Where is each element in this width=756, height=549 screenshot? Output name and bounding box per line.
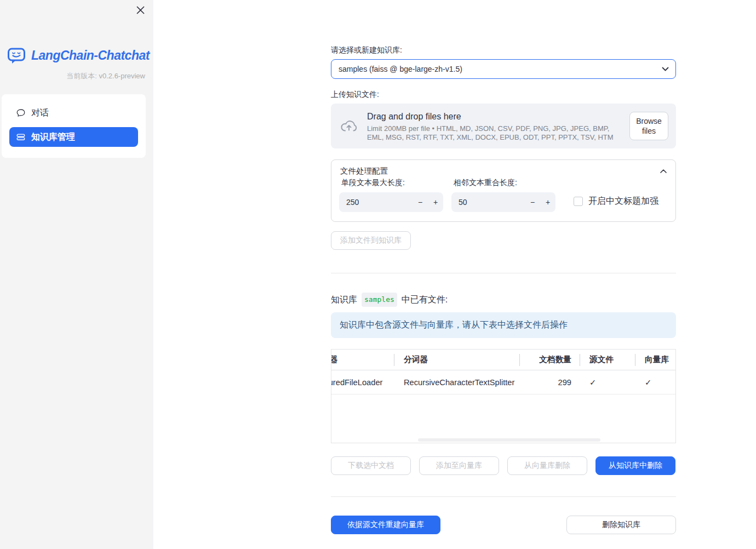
files-table[interactable]: 文档加载器 分词器 文档数量 源文件 向量库 UnstructuredFileL… — [331, 349, 676, 443]
version-label: 当前版本: — [66, 72, 97, 80]
download-selected-docs-button[interactable]: 下载选中文档 — [331, 456, 411, 475]
kb-actions-row: 依据源文件重建向量库 删除知识库 — [331, 516, 676, 534]
kb-files-heading: 知识库 samples 中已有文件: — [331, 293, 676, 307]
kb-name-code: samples — [362, 293, 397, 307]
kb-files-suffix: 中已有文件: — [402, 293, 448, 306]
info-banner: 知识库中包含源文件与向量库，请从下表中选择文件后操作 — [331, 312, 676, 338]
sidebar-item-label: 知识库管理 — [31, 131, 75, 143]
checkbox-label: 开启中文标题加强 — [588, 196, 658, 207]
expander-header[interactable]: 文件处理配置 — [331, 160, 675, 176]
cloud-upload-icon — [340, 118, 358, 134]
kb-select-label: 请选择或新建知识库: — [331, 45, 676, 55]
sidebar-menu: 对话 知识库管理 — [2, 94, 146, 158]
add-to-vector-store-button[interactable]: 添加至向量库 — [419, 456, 499, 475]
expander-title: 文件处理配置 — [340, 166, 388, 176]
kb-select-value: samples (faiss @ bge-large-zh-v1.5) — [339, 65, 662, 73]
kb-select[interactable]: samples (faiss @ bge-large-zh-v1.5) — [331, 59, 676, 79]
overlap-size-decrement-button[interactable]: − — [525, 198, 540, 207]
close-icon — [136, 6, 145, 14]
chevron-down-icon — [662, 67, 669, 71]
dropzone-limit-text: Limit 200MB per file • HTML, MD, JSON, C… — [367, 124, 621, 142]
rebuild-vector-store-button[interactable]: 依据源文件重建向量库 — [331, 516, 440, 534]
kb-files-prefix: 知识库 — [331, 293, 357, 306]
upload-label: 上传知识文件: — [331, 90, 676, 99]
add-files-to-kb-button[interactable]: 添加文件到知识库 — [331, 231, 411, 250]
col-header-doc-count[interactable]: 文档数量 — [519, 350, 580, 370]
overlap-size-increment-button[interactable]: + — [540, 198, 555, 207]
logo-text: LangChain-Chatchat — [31, 48, 150, 63]
overlap-size-value: 50 — [451, 198, 525, 207]
col-header-loader[interactable]: 文档加载器 — [331, 350, 394, 370]
delete-kb-button[interactable]: 删除知识库 — [566, 516, 676, 534]
chevron-up-icon — [660, 169, 667, 173]
sidebar-item-label: 对话 — [31, 107, 49, 119]
table-horizontal-scrollbar[interactable] — [418, 438, 600, 442]
version-info: 当前版本: v0.2.6-preview — [0, 71, 153, 81]
divider — [331, 273, 676, 273]
chunk-size-input[interactable]: 250 − + — [339, 192, 443, 212]
cell-vector-store-check: ✓ — [635, 370, 675, 394]
cell-doc-count: 299 — [519, 370, 580, 394]
table-header-row: 文档加载器 分词器 文档数量 源文件 向量库 — [331, 350, 675, 370]
sidebar-close-button[interactable] — [135, 4, 146, 15]
kb-list-icon — [16, 132, 26, 142]
delete-from-kb-button[interactable]: 从知识库中删除 — [595, 456, 675, 475]
app-logo: LangChain-Chatchat — [0, 0, 153, 64]
logo-chat-icon — [7, 47, 27, 64]
cell-loader: UnstructuredFileLoader — [331, 370, 394, 394]
col-header-vector-store[interactable]: 向量库 — [635, 350, 675, 370]
sidebar-item-dialogue[interactable]: 对话 — [9, 103, 138, 123]
chunk-size-group: 单段文本最大长度: 250 − + — [339, 178, 443, 212]
divider — [331, 496, 676, 497]
main-panel: 请选择或新建知识库: samples (faiss @ bge-large-zh… — [153, 0, 756, 549]
zh-title-enhance-checkbox[interactable]: 开启中文标题加强 — [574, 196, 658, 207]
col-header-splitter[interactable]: 分词器 — [394, 350, 519, 370]
dropzone-texts: Drag and drop files here Limit 200MB per… — [367, 111, 621, 142]
col-header-source-file[interactable]: 源文件 — [580, 350, 635, 370]
dropzone-title: Drag and drop files here — [367, 111, 621, 123]
version-value: v0.2.6-preview — [99, 72, 145, 80]
file-config-expander: 文件处理配置 单段文本最大长度: 250 − + 相邻文本重合长度: — [331, 159, 676, 222]
file-dropzone[interactable]: Drag and drop files here Limit 200MB per… — [331, 104, 676, 148]
file-actions-row: 下载选中文档 添加至向量库 从向量库删除 从知识库中删除 — [331, 456, 676, 475]
chunk-size-increment-button[interactable]: + — [428, 198, 443, 207]
checkbox-box[interactable] — [574, 197, 583, 206]
sidebar-item-kb-management[interactable]: 知识库管理 — [9, 127, 138, 147]
table-row[interactable]: UnstructuredFileLoader RecursiveCharacte… — [331, 370, 675, 394]
chat-bubble-icon — [16, 108, 26, 118]
cell-splitter: RecursiveCharacterTextSplitter — [394, 370, 519, 394]
delete-from-vector-store-button[interactable]: 从向量库删除 — [507, 456, 587, 475]
browse-files-button[interactable]: Browse files — [629, 112, 668, 140]
overlap-size-group: 相邻文本重合长度: 50 − + — [451, 178, 555, 212]
overlap-size-label: 相邻文本重合长度: — [451, 178, 555, 187]
chunk-size-label: 单段文本最大长度: — [339, 178, 443, 187]
overlap-size-input[interactable]: 50 − + — [451, 192, 555, 212]
chunk-size-value: 250 — [339, 198, 413, 207]
sidebar: LangChain-Chatchat 当前版本: v0.2.6-preview … — [0, 0, 153, 549]
chunk-size-decrement-button[interactable]: − — [413, 198, 428, 207]
cell-source-file-check: ✓ — [580, 370, 635, 394]
